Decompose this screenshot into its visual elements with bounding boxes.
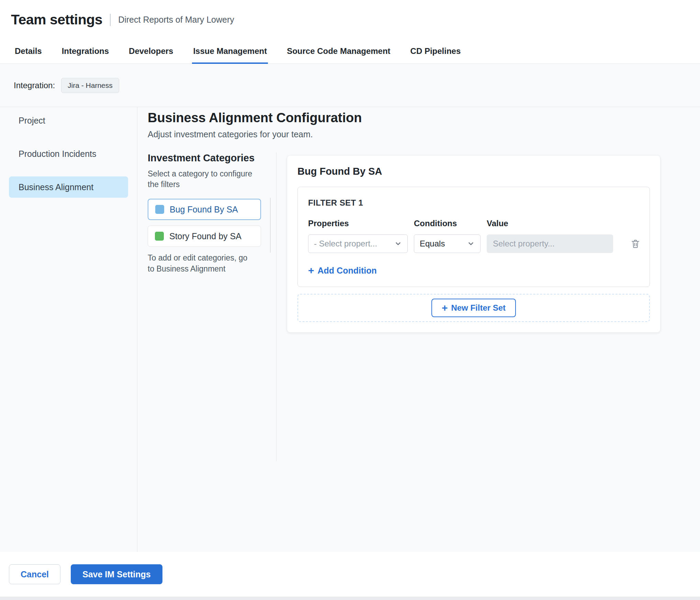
- integration-chip: Jira - Harness: [61, 78, 119, 93]
- column-header-conditions: Conditions: [414, 219, 481, 228]
- investment-categories-column: Investment Categories Select a category …: [148, 152, 276, 461]
- integration-label: Integration:: [14, 81, 55, 90]
- new-filter-set-area: + New Filter Set: [297, 294, 650, 322]
- category-label: Bug Found By SA: [170, 205, 238, 215]
- new-filter-set-button[interactable]: + New Filter Set: [431, 299, 516, 317]
- category-color-swatch-green: [155, 232, 164, 241]
- title-separator: [110, 14, 111, 26]
- page-title: Team settings: [11, 12, 102, 28]
- integration-bar: Integration: Jira - Harness: [0, 64, 700, 107]
- sidebar-item-business-alignment[interactable]: Business Alignment: [9, 176, 128, 198]
- conditions-select[interactable]: Equals: [414, 234, 481, 253]
- categories-footnote: To add or edit categories, go to Busines…: [148, 252, 252, 274]
- section-subtitle: Adjust investment categories for your te…: [148, 129, 700, 139]
- chevron-down-icon: [394, 240, 402, 247]
- delete-condition-button[interactable]: [629, 237, 642, 250]
- category-list-scrollbar[interactable]: [270, 198, 271, 253]
- settings-sidebar: Project Production Incidents Business Al…: [0, 107, 137, 552]
- sidebar-item-project[interactable]: Project: [9, 110, 128, 131]
- bottom-edge: [0, 597, 700, 600]
- category-story-found-by-sa[interactable]: Story Found by SA: [148, 226, 261, 247]
- header: Team settings Direct Reports of Mary Low…: [0, 0, 700, 39]
- categories-hint: Select a category to configure the filte…: [148, 169, 261, 190]
- category-bug-found-by-sa[interactable]: Bug Found By SA: [148, 199, 261, 220]
- filter-set-1: FILTER SET 1 Properties - Select propert…: [297, 187, 650, 287]
- add-condition-label: Add Condition: [318, 266, 377, 276]
- categories-title: Investment Categories: [148, 152, 267, 164]
- team-settings-page: Team settings Direct Reports of Mary Low…: [0, 0, 700, 600]
- properties-select-placeholder: - Select propert...: [314, 239, 377, 249]
- tab-source-code-management[interactable]: Source Code Management: [286, 39, 391, 64]
- conditions-select-value: Equals: [420, 239, 445, 249]
- page-subtitle: Direct Reports of Mary Lowery: [118, 15, 234, 25]
- tab-bar: Details Integrations Developers Issue Ma…: [0, 39, 700, 64]
- sidebar-item-production-incidents[interactable]: Production Incidents: [9, 143, 128, 164]
- new-filter-set-label: New Filter Set: [451, 303, 506, 313]
- tab-integrations[interactable]: Integrations: [61, 39, 110, 64]
- filter-panel-area: Bug Found By SA FILTER SET 1 Properties …: [276, 152, 700, 333]
- properties-select[interactable]: - Select propert...: [308, 234, 408, 253]
- section-title: Business Alignment Configuration: [148, 111, 700, 125]
- tab-developers[interactable]: Developers: [128, 39, 174, 64]
- column-header-value: Value: [487, 219, 642, 228]
- category-label: Story Found by SA: [169, 231, 241, 241]
- plus-icon: +: [308, 265, 314, 276]
- business-alignment-main: Business Alignment Configuration Adjust …: [137, 107, 700, 552]
- tab-cd-pipelines[interactable]: CD Pipelines: [409, 39, 462, 64]
- content-area: Project Production Incidents Business Al…: [0, 107, 700, 552]
- panel-title: Bug Found By SA: [297, 166, 650, 177]
- add-condition-button[interactable]: + Add Condition: [308, 265, 377, 276]
- value-input[interactable]: [487, 234, 613, 253]
- tab-issue-management[interactable]: Issue Management: [192, 39, 268, 64]
- category-config-panel: Bug Found By SA FILTER SET 1 Properties …: [287, 155, 661, 333]
- column-header-properties: Properties: [308, 219, 408, 228]
- plus-icon: +: [442, 303, 448, 313]
- cancel-button[interactable]: Cancel: [9, 564, 60, 584]
- trash-icon: [630, 239, 641, 249]
- filter-set-title: FILTER SET 1: [308, 198, 639, 208]
- footer-actions: Cancel Save IM Settings: [0, 552, 700, 597]
- chevron-down-icon: [467, 240, 475, 247]
- save-im-settings-button[interactable]: Save IM Settings: [71, 564, 162, 584]
- category-color-swatch-blue: [155, 205, 164, 214]
- tab-details[interactable]: Details: [14, 39, 43, 64]
